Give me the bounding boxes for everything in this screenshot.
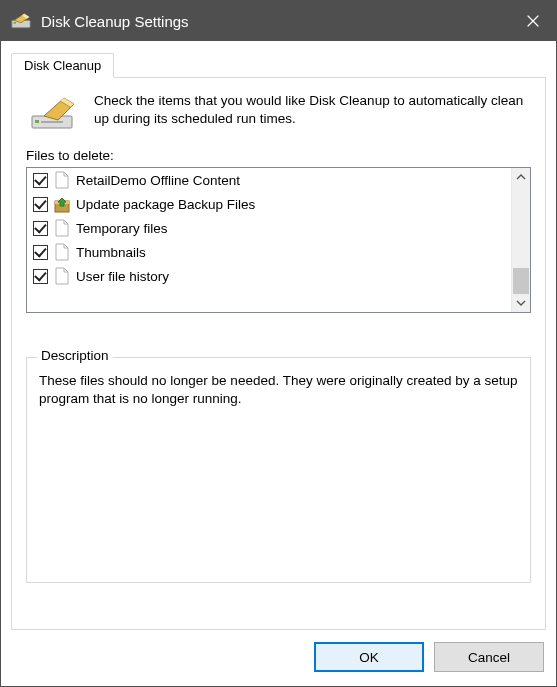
tab-strip: Disk Cleanup [11,51,546,77]
list-item-label: Temporary files [76,221,168,236]
description-text: These files should no longer be needed. … [39,372,518,408]
svg-rect-4 [41,121,63,123]
intro-text: Check the items that you would like Disk… [94,92,531,128]
files-listbox[interactable]: RetailDemo Offline Content Update p [26,167,531,313]
scroll-down-button[interactable] [512,294,530,312]
ok-button[interactable]: OK [314,642,424,672]
checkbox[interactable] [33,197,48,212]
disk-cleanup-settings-window: Disk Cleanup Settings Disk Cleanup [0,0,557,687]
file-icon [54,267,70,285]
list-item-label: User file history [76,269,169,284]
file-icon [54,219,70,237]
list-item-label: RetailDemo Offline Content [76,173,240,188]
chevron-up-icon [516,174,526,180]
checkbox[interactable] [33,173,48,188]
list-item[interactable]: RetailDemo Offline Content [27,168,511,192]
list-item[interactable]: Update package Backup Files [27,192,511,216]
scroll-up-button[interactable] [512,168,530,186]
scroll-track[interactable] [513,186,529,294]
description-groupbox: Description These files should no longer… [26,357,531,583]
intro-row: Check the items that you would like Disk… [26,92,531,132]
file-icon [54,243,70,261]
drive-brush-icon [30,92,78,132]
list-item-label: Update package Backup Files [76,197,255,212]
scroll-thumb[interactable] [513,268,529,294]
tab-disk-cleanup[interactable]: Disk Cleanup [11,53,114,78]
update-package-icon [54,195,70,213]
app-icon [11,12,31,30]
checkbox[interactable] [33,269,48,284]
dialog-button-row: OK Cancel [11,642,546,672]
svg-rect-1 [13,22,15,24]
list-item[interactable]: User file history [27,264,511,288]
window-title: Disk Cleanup Settings [41,13,510,30]
close-button[interactable] [510,1,556,41]
description-legend: Description [37,348,113,363]
close-icon [527,15,539,27]
tab-page: Check the items that you would like Disk… [11,77,546,630]
list-scrollbar[interactable] [511,168,530,312]
cancel-button[interactable]: Cancel [434,642,544,672]
file-icon [54,171,70,189]
checkbox[interactable] [33,221,48,236]
list-item[interactable]: Thumbnails [27,240,511,264]
files-to-delete-label: Files to delete: [26,148,531,163]
chevron-down-icon [516,300,526,306]
files-list-items: RetailDemo Offline Content Update p [27,168,511,312]
titlebar: Disk Cleanup Settings [1,1,556,41]
list-item[interactable]: Temporary files [27,216,511,240]
svg-rect-3 [35,120,39,123]
client-area: Disk Cleanup Check the items that you wo… [1,41,556,686]
checkbox[interactable] [33,245,48,260]
list-item-label: Thumbnails [76,245,146,260]
